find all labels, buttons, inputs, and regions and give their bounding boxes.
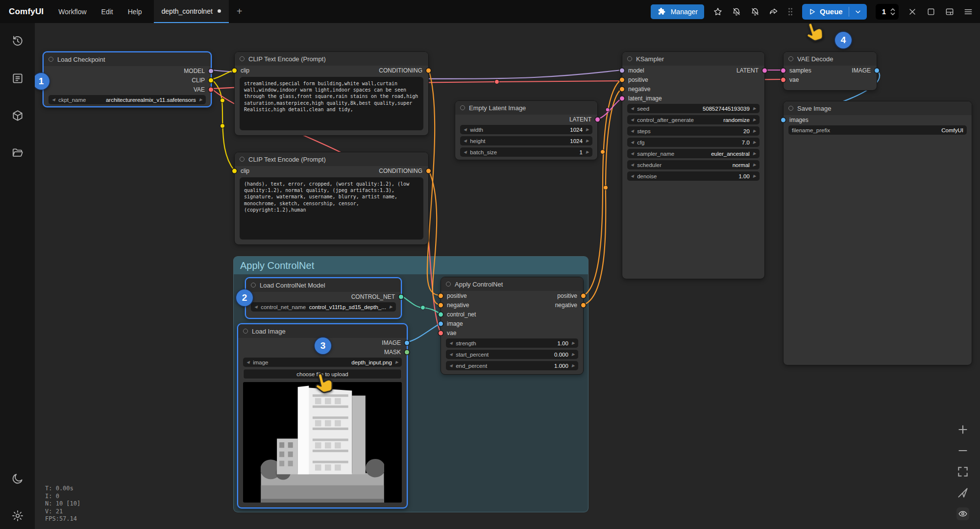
- zoom-in-icon[interactable]: [956, 423, 969, 436]
- chevron-up-icon[interactable]: [890, 8, 895, 11]
- output-slot-positive[interactable]: [581, 293, 586, 298]
- output-slot-clip[interactable]: [209, 78, 213, 82]
- increment-arrow-icon[interactable]: [390, 305, 392, 309]
- widget-sampler-name[interactable]: sampler_nameeuler_ancestral: [627, 149, 760, 158]
- decrement-arrow-icon[interactable]: [464, 150, 466, 154]
- decrement-arrow-icon[interactable]: [631, 106, 634, 111]
- prompt-textarea[interactable]: (hands), text, error, cropped, (worst qu…: [240, 177, 423, 240]
- folder-icon[interactable]: [11, 146, 24, 159]
- decrement-arrow-icon[interactable]: [631, 140, 634, 144]
- node-save-image[interactable]: Save Image images filename_prefix ComfyU…: [783, 101, 972, 365]
- notification-muted-icon[interactable]: [732, 7, 741, 17]
- prompt-textarea[interactable]: streamlined,special form building,white …: [240, 77, 423, 130]
- output-slot-mask[interactable]: [405, 350, 409, 354]
- models-box-icon[interactable]: [11, 109, 24, 122]
- node-ksampler[interactable]: KSampler model LATENT positive negative …: [622, 51, 765, 279]
- output-slot-model[interactable]: [209, 69, 213, 73]
- increment-arrow-icon[interactable]: [753, 163, 756, 167]
- manager-button[interactable]: Manager: [651, 4, 704, 19]
- count-spinner[interactable]: [890, 8, 895, 16]
- decrement-arrow-icon[interactable]: [631, 163, 634, 167]
- collapse-dot-icon[interactable]: [240, 56, 245, 61]
- output-slot-negative[interactable]: [581, 303, 586, 307]
- collapse-dot-icon[interactable]: [627, 56, 632, 61]
- decrement-arrow-icon[interactable]: [631, 174, 634, 178]
- input-slot-negative[interactable]: [620, 87, 624, 91]
- node-clip-text-encode-negative[interactable]: CLIP Text Encode (Prompt) clip CONDITION…: [234, 152, 429, 245]
- input-slot-clip[interactable]: [232, 168, 237, 173]
- widget-start-percent[interactable]: start_percent0.000: [446, 350, 578, 359]
- fit-view-icon[interactable]: [956, 465, 969, 478]
- select-cursor-icon[interactable]: [956, 486, 969, 499]
- share-icon[interactable]: [769, 7, 779, 17]
- decrement-arrow-icon[interactable]: [449, 341, 452, 345]
- input-slot-positive[interactable]: [620, 77, 624, 82]
- increment-arrow-icon[interactable]: [753, 140, 756, 144]
- output-slot-vae[interactable]: [209, 87, 213, 92]
- widget-scheduler[interactable]: schedulernormal: [627, 160, 760, 169]
- collapse-dot-icon[interactable]: [243, 329, 248, 334]
- widget-steps[interactable]: steps20: [627, 126, 760, 136]
- input-slot-clip[interactable]: [232, 68, 237, 72]
- node-vae-decode[interactable]: VAE Decode samples IMAGE vae: [783, 51, 877, 91]
- workflow-tab[interactable]: depth_controlnet: [154, 0, 229, 23]
- node-load-checkpoint[interactable]: Load Checkpoint MODEL CLIP VAE ckpt_name…: [43, 51, 212, 107]
- menu-help[interactable]: Help: [128, 8, 142, 16]
- drag-grip-icon[interactable]: [787, 7, 793, 16]
- node-canvas[interactable]: Apply ControlNet Load Checkpoint MOD: [0, 0, 980, 529]
- increment-arrow-icon[interactable]: [753, 106, 756, 111]
- collapse-dot-icon[interactable]: [251, 283, 256, 288]
- output-slot-image[interactable]: [405, 340, 409, 345]
- menu-edit[interactable]: Edit: [101, 8, 113, 16]
- group-title[interactable]: Apply ControlNet: [234, 257, 588, 274]
- increment-arrow-icon[interactable]: [572, 341, 575, 345]
- decrement-arrow-icon[interactable]: [631, 129, 634, 133]
- input-slot-positive[interactable]: [439, 293, 443, 298]
- close-icon[interactable]: [907, 7, 917, 17]
- input-slot-latent-image[interactable]: [620, 96, 624, 100]
- new-workflow-tab-button[interactable]: [237, 6, 243, 17]
- collapse-dot-icon[interactable]: [460, 105, 465, 110]
- widget-batch-size[interactable]: batch_size1: [460, 147, 592, 157]
- increment-arrow-icon[interactable]: [572, 352, 575, 357]
- input-slot-control-net[interactable]: [439, 312, 443, 316]
- panel-layout-icon[interactable]: [945, 7, 955, 17]
- decrement-arrow-icon[interactable]: [464, 127, 466, 132]
- hamburger-menu-icon[interactable]: [963, 7, 973, 17]
- increment-arrow-icon[interactable]: [753, 174, 756, 178]
- widget-filename-prefix[interactable]: filename_prefix ComfyUI: [788, 125, 967, 135]
- menu-workflow[interactable]: Workflow: [58, 8, 86, 16]
- increment-arrow-icon[interactable]: [586, 139, 589, 143]
- collapse-dot-icon[interactable]: [446, 282, 451, 287]
- increment-arrow-icon[interactable]: [753, 129, 756, 133]
- history-icon[interactable]: [11, 35, 24, 48]
- increment-arrow-icon[interactable]: [586, 150, 589, 154]
- queue-button[interactable]: Queue: [802, 4, 867, 20]
- collapse-dot-icon[interactable]: [788, 106, 793, 111]
- increment-arrow-icon[interactable]: [753, 118, 756, 122]
- collapse-dot-icon[interactable]: [240, 157, 245, 162]
- alert-muted-icon[interactable]: [750, 7, 760, 17]
- increment-arrow-icon[interactable]: [199, 97, 202, 102]
- decrement-arrow-icon[interactable]: [449, 363, 452, 368]
- input-slot-images[interactable]: [781, 118, 785, 122]
- batch-count-stepper[interactable]: 1: [876, 4, 899, 20]
- node-apply-controlnet[interactable]: Apply ControlNet positive positive negat…: [441, 277, 584, 375]
- decrement-arrow-icon[interactable]: [246, 360, 249, 364]
- node-empty-latent-image[interactable]: Empty Latent Image LATENT width1024 heig…: [455, 100, 598, 160]
- widget-ckpt-name[interactable]: ckpt_name architecturerealmix_v11.safete…: [49, 95, 206, 104]
- widget-denoise[interactable]: denoise1.00: [627, 171, 760, 181]
- output-slot-latent[interactable]: [595, 117, 600, 121]
- input-slot-image[interactable]: [439, 321, 443, 326]
- maximize-icon[interactable]: [926, 7, 936, 17]
- output-slot-control-net[interactable]: [399, 294, 403, 299]
- increment-arrow-icon[interactable]: [572, 363, 575, 368]
- widget-control-after-generate[interactable]: control_after_generaterandomize: [627, 115, 760, 124]
- widget-control-net-name[interactable]: control_net_name control_v11f1p_sd15_dep…: [251, 302, 396, 312]
- widget-strength[interactable]: strength1.00: [446, 338, 578, 348]
- decrement-arrow-icon[interactable]: [464, 139, 466, 143]
- increment-arrow-icon[interactable]: [395, 360, 398, 364]
- toggle-visibility-eye-icon[interactable]: [956, 507, 969, 520]
- widget-image-file[interactable]: image depth_input.png: [243, 358, 402, 367]
- zoom-out-icon[interactable]: [956, 444, 969, 457]
